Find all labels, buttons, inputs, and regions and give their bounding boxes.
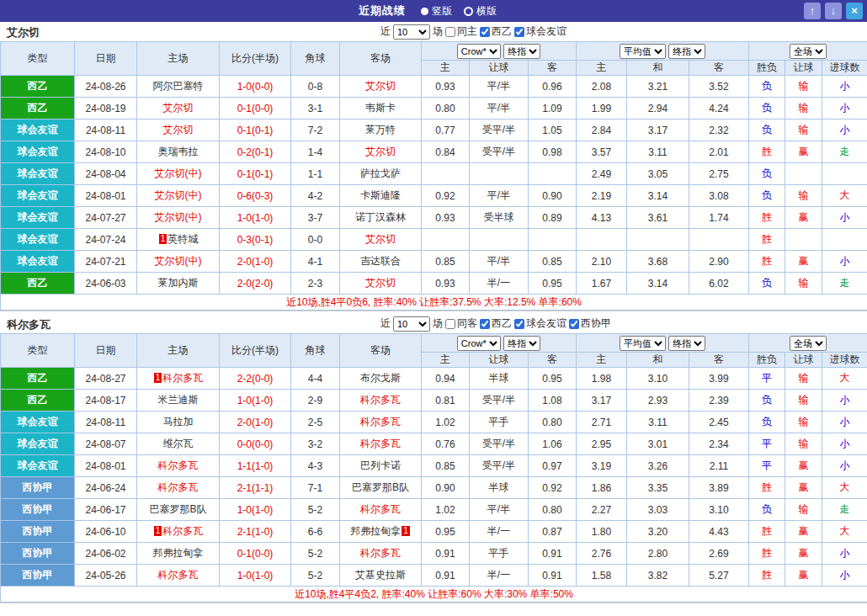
avg-stage-select[interactable]: 终指 <box>668 336 705 351</box>
team-name: 莱加内斯 <box>158 277 199 289</box>
col-avg-draw: 和 <box>627 353 689 368</box>
radio-vertical[interactable]: 竖版 <box>421 4 452 19</box>
bookmaker-select[interactable]: Crow* <box>457 336 501 351</box>
filter-option-3[interactable]: 西协甲 <box>569 316 611 331</box>
avg-draw-odds: 3.03 <box>627 499 689 521</box>
home-team-cell: 艾尔切(中) <box>137 163 220 185</box>
result-goals: 小 <box>822 543 867 565</box>
avg-away-odds: 2.34 <box>689 433 749 455</box>
match-count-select[interactable]: 10 <box>393 24 430 40</box>
close-button[interactable]: × <box>846 3 863 19</box>
col-score: 比分(半场) <box>220 334 291 368</box>
avg-stage-select[interactable]: 终指 <box>668 44 705 59</box>
filter-option-0[interactable]: 同主 <box>445 24 477 39</box>
team-name: 莱万特 <box>365 124 396 135</box>
scope-select[interactable]: 全场 <box>790 44 827 59</box>
away-team-cell: 艾尔切 <box>340 273 422 295</box>
match-date: 24-06-10 <box>75 521 137 543</box>
avg-away-odds: 2.45 <box>689 412 749 433</box>
radio-vertical-label: 竖版 <box>432 4 452 19</box>
avg-select[interactable]: 平均值 <box>620 336 666 351</box>
handicap-stage-select[interactable]: 终指 <box>503 336 540 351</box>
match-date: 24-06-24 <box>75 477 137 499</box>
corner-score: 5-2 <box>291 543 340 565</box>
scroll-down-button[interactable]: ↓ <box>825 3 842 19</box>
filter-option-1[interactable]: 西乙 <box>480 316 512 331</box>
col-away: 客场 <box>340 334 422 368</box>
result-handicap: 输 <box>785 185 822 207</box>
result-winloss: 负 <box>749 119 785 141</box>
avg-draw-odds: 3.35 <box>627 477 689 499</box>
result-winloss: 胜 <box>749 229 785 251</box>
handicap-away-odds: 1.09 <box>529 98 577 119</box>
corner-score: 6-6 <box>291 521 340 543</box>
bookmaker-select[interactable]: Crow* <box>457 44 501 59</box>
match-score: 2-0(2-0) <box>220 273 291 295</box>
home-team-cell: 邦弗拉甸拿 <box>137 543 220 565</box>
filter-option-2[interactable]: 球会友谊 <box>514 24 566 39</box>
col-handicap-home: 主 <box>422 353 470 368</box>
match-row: 球会友谊24-07-27艾尔切(中)1-0(1-0)3-7诺丁汉森林0.93受半… <box>1 207 867 229</box>
scroll-up-button[interactable]: ↑ <box>804 3 821 19</box>
filter-checkbox-0[interactable] <box>445 27 455 37</box>
avg-select[interactable]: 平均值 <box>620 44 666 59</box>
avg-away-odds: 1.74 <box>689 207 749 229</box>
team-name: 奥瑞韦拉 <box>158 146 199 157</box>
handicap-home-odds: 0.93 <box>422 273 470 295</box>
scope-select[interactable]: 全场 <box>790 336 827 351</box>
avg-home-odds: 1.67 <box>577 273 627 295</box>
league-badge: 球会友谊 <box>1 229 75 251</box>
handicap-stage-select[interactable]: 终指 <box>503 44 540 59</box>
result-winloss: 负 <box>749 163 785 185</box>
match-row: 球会友谊24-08-11马拉加2-0(1-0)2-5科尔多瓦1.02平手0.80… <box>1 412 867 433</box>
team-name: 科尔多瓦 <box>162 372 203 384</box>
handicap-away-odds: 0.80 <box>529 499 577 521</box>
away-team-cell: 布尔戈斯 <box>340 368 422 390</box>
handicap-line: 受平/半 <box>470 455 529 477</box>
handicap-away-odds <box>529 163 577 185</box>
handicap-home-odds <box>422 229 470 251</box>
away-team-cell: 科尔多瓦 <box>340 433 422 455</box>
handicap-line: 半球 <box>470 368 529 390</box>
corner-score: 3-7 <box>291 207 340 229</box>
home-team-cell: 科尔多瓦 <box>137 455 220 477</box>
avg-away-odds: 2.75 <box>689 163 749 185</box>
handicap-home-odds: 0.93 <box>422 76 470 98</box>
radio-horizontal[interactable]: 横版 <box>464 4 497 19</box>
filter-checkbox-2[interactable] <box>514 27 524 37</box>
handicap-home-odds: 1.02 <box>422 499 470 521</box>
filter-checkbox-3[interactable] <box>569 319 579 329</box>
handicap-odds-header: Crow* 终指 <box>422 334 577 353</box>
league-badge: 球会友谊 <box>1 433 75 455</box>
team-name: 艾尔切 <box>163 102 194 114</box>
handicap-home-odds: 0.77 <box>422 119 470 141</box>
handicap-line: 受平/半 <box>470 433 529 455</box>
section-header: 艾尔切 近 10 场 同主西乙球会友谊 <box>0 22 867 41</box>
match-count-select[interactable]: 10 <box>393 316 430 332</box>
filter-option-0[interactable]: 同客 <box>445 316 477 331</box>
away-team-cell: 艾尔切 <box>340 76 422 98</box>
filter-checkbox-0[interactable] <box>445 319 455 329</box>
match-date: 24-06-03 <box>75 273 137 295</box>
col-goals: 进球数 <box>822 353 867 368</box>
result-goals: 大 <box>822 521 867 543</box>
result-goals: 小 <box>822 390 867 412</box>
games-label: 场 <box>433 24 443 39</box>
filter-checkbox-2[interactable] <box>514 319 524 329</box>
avg-draw-odds: 3.11 <box>627 412 689 433</box>
filter-checkbox-1[interactable] <box>480 27 490 37</box>
league-badge: 球会友谊 <box>1 455 75 477</box>
avg-away-odds: 2.32 <box>689 119 749 141</box>
filter-option-1[interactable]: 西乙 <box>480 24 512 39</box>
filter-option-2[interactable]: 球会友谊 <box>514 316 566 331</box>
result-goals: 小 <box>822 412 867 433</box>
team-name: 邦弗拉甸拿 <box>153 547 204 559</box>
result-handicap: 输 <box>785 119 822 141</box>
result-handicap: 赢 <box>785 543 822 565</box>
filter-checkbox-1[interactable] <box>480 319 490 329</box>
result-goals: 大 <box>822 185 867 207</box>
match-date: 24-06-17 <box>75 499 137 521</box>
radio-selected-icon <box>421 8 428 15</box>
avg-draw-odds <box>627 229 689 251</box>
result-handicap: 输 <box>785 76 822 98</box>
